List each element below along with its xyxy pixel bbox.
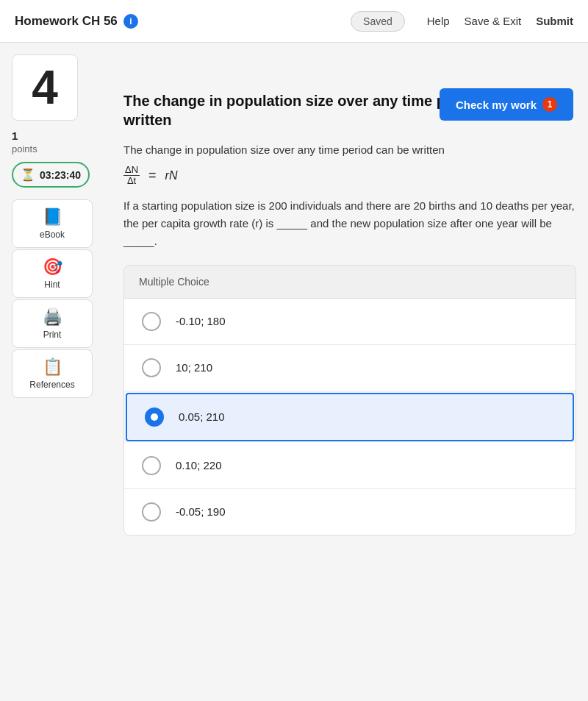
- formula-display: ΔN Δt = rN: [123, 165, 576, 187]
- ebook-icon: 📘: [43, 207, 62, 227]
- mc-option-1[interactable]: -0.10; 180: [124, 299, 576, 345]
- question-body-main: If a starting population size is 200 ind…: [123, 197, 576, 250]
- option-label-1: -0.10; 180: [176, 315, 226, 327]
- submit-link[interactable]: Submit: [536, 15, 573, 27]
- check-work-label: Check my work: [456, 99, 537, 111]
- page-title: Homework CH 56 i: [15, 14, 138, 29]
- rn-formula: rN: [165, 169, 178, 182]
- mc-option-5[interactable]: -0.05; 190: [124, 489, 576, 535]
- radio-2[interactable]: [142, 358, 161, 377]
- option-label-4: 0.10; 220: [176, 459, 222, 472]
- timer-icon: ⏳: [21, 168, 35, 182]
- references-icon: 📋: [43, 357, 62, 377]
- save-exit-link[interactable]: Save & Exit: [465, 15, 522, 27]
- radio-4[interactable]: [142, 456, 161, 475]
- info-icon[interactable]: i: [123, 14, 138, 29]
- saved-badge: Saved: [351, 11, 405, 32]
- mc-option-2[interactable]: 10; 210: [124, 345, 576, 391]
- ebook-label: eBook: [40, 229, 65, 240]
- question-body-intro: The change in population size over any t…: [123, 141, 576, 159]
- option-label-3: 0.05; 210: [179, 410, 225, 423]
- mc-header: Multiple Choice: [124, 266, 576, 299]
- check-work-badge: 1: [542, 97, 557, 112]
- references-label: References: [29, 380, 74, 390]
- print-label: Print: [43, 330, 62, 340]
- option-label-2: 10; 210: [176, 361, 212, 374]
- radio-1[interactable]: [142, 312, 161, 331]
- hint-label: Hint: [44, 280, 60, 290]
- print-button[interactable]: 🖨️ Print: [12, 299, 93, 348]
- radio-3[interactable]: [145, 408, 164, 427]
- title-text: Homework CH 56: [15, 14, 118, 29]
- option-label-5: -0.05; 190: [176, 505, 226, 518]
- content-area: The change in population size over any t…: [123, 54, 576, 535]
- equals-sign: =: [148, 168, 157, 183]
- left-sidebar: 4 1 points ⏳ 03:23:40 📘 eBook 🎯 Hint 🖨️ …: [12, 54, 115, 535]
- help-link[interactable]: Help: [427, 15, 450, 27]
- multiple-choice-container: Multiple Choice -0.10; 180 10; 210 0.05;…: [123, 265, 576, 535]
- question-number: 4: [32, 60, 58, 115]
- timer-box: ⏳ 03:23:40: [12, 162, 90, 188]
- check-my-work-button[interactable]: Check my work 1: [440, 88, 573, 121]
- points-value: 1: [12, 129, 115, 142]
- mc-option-3[interactable]: 0.05; 210: [126, 393, 574, 441]
- top-bar-actions: Help Save & Exit Submit: [427, 15, 573, 27]
- radio-5[interactable]: [142, 502, 161, 522]
- top-nav-bar: Homework CH 56 i Saved Help Save & Exit …: [0, 0, 588, 43]
- points-label: points: [12, 143, 115, 154]
- print-icon: 🖨️: [43, 307, 62, 327]
- ebook-button[interactable]: 📘 eBook: [12, 199, 93, 248]
- mc-option-4[interactable]: 0.10; 220: [124, 443, 576, 489]
- question-number-box: 4: [12, 54, 78, 121]
- hint-icon: 🎯: [43, 257, 62, 277]
- fraction-symbol: ΔN Δt: [123, 165, 140, 187]
- hint-button[interactable]: 🎯 Hint: [12, 249, 93, 298]
- timer-text: 03:23:40: [40, 169, 81, 181]
- tool-buttons: 📘 eBook 🎯 Hint 🖨️ Print 📋 References: [12, 199, 115, 398]
- references-button[interactable]: 📋 References: [12, 349, 93, 398]
